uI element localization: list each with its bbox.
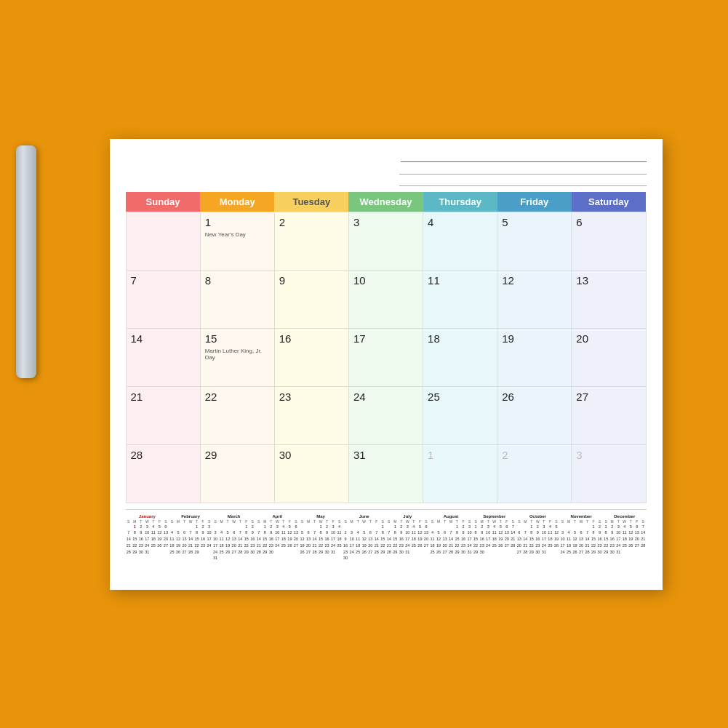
holiday-label: Martin Luther King, Jr. Day [205,348,270,361]
header-wednesday: Wednesday [348,192,423,212]
mini-calendar: JuneSMTWTFS12345678910111213141516171819… [343,514,386,562]
mini-calendar: MarchSMTWTFS1234567891011121314151617181… [212,514,256,562]
header-thursday: Thursday [423,192,497,212]
calendar-cell: 9 [274,270,348,328]
calendar-cell: 3 [572,444,646,503]
day-number: 27 [576,391,641,403]
calendar-cell: 5 [497,212,572,270]
calendar-cell: 18 [423,328,497,386]
day-number: 19 [502,332,567,345]
header-monday: Monday [200,192,274,212]
mini-calendar: FebruarySMTWTFS1234567891011121314151617… [169,514,212,562]
header-sunday: Sunday [126,192,200,212]
mini-calendar: JulySMTWTFS12345678910111213141516171819… [386,514,430,562]
day-number: 16 [279,332,344,345]
day-number: 10 [353,274,418,287]
calendar-cell: 6 [572,212,646,270]
calendar-cell: 19 [497,328,572,386]
day-number: 26 [502,391,567,403]
header-friday: Friday [497,192,572,212]
calendar-cell: 23 [274,386,348,444]
calendar-cell: 2 [274,212,348,270]
day-number: 1 [428,449,492,461]
header-saturday: Saturday [572,192,646,212]
calendar-cell: 31 [348,444,423,503]
day-number: 31 [353,449,418,461]
calendar-cell: 17 [348,328,423,386]
calendar-cell: 29 [200,444,274,503]
calendar-cell: 12 [497,270,572,328]
day-number: 14 [131,332,196,345]
calendar-cell: 26 [497,386,572,444]
calendar-page: Sunday Monday Tuesday Wednesday Thursday… [110,139,663,590]
notes-section [126,152,647,186]
calendar-cell: 1New Year's Day [200,212,274,270]
calendar-cell: 1 [423,444,497,503]
day-number: 9 [279,274,344,287]
calendar-cell: 13 [572,270,646,328]
day-number: 13 [576,274,641,287]
calendar-cell: 3 [348,212,423,270]
calendar-cell: 14 [126,328,200,386]
mini-calendar: MaySMTWTFS123456789101112131415161718192… [299,514,343,562]
day-number: 2 [502,449,567,461]
calendar-cell: 2 [497,444,572,503]
day-number: 11 [428,274,492,287]
day-number: 6 [576,216,641,228]
calendar-grid: Sunday Monday Tuesday Wednesday Thursday… [126,192,647,503]
calendar-cell: 25 [423,386,497,444]
mini-calendar: JanuarySMTWTFS12345678910111213141516171… [126,514,169,562]
calendar-cell: 16 [274,328,348,386]
mini-calendar: NovemberSMTWTFS1234567891011121314151617… [559,514,603,562]
day-number: 8 [205,274,270,287]
fridge-handle [16,145,36,378]
calendar-cell: 4 [423,212,497,270]
day-number: 1 [205,216,270,228]
day-number: 24 [353,391,418,403]
day-number: 18 [428,332,492,345]
day-number: 17 [353,332,418,345]
mini-calendar: SeptemberSMTWTFS123456789101112131415161… [473,514,516,562]
mini-calendar: AprilSMTWTFS1234567891011121314151617181… [256,514,300,562]
notes-area [399,152,647,186]
day-number: 25 [428,391,492,403]
mini-calendar: OctoberSMTWTFS12345678910111213141516171… [516,514,560,562]
calendar-cell: 21 [126,386,200,444]
calendar-cell: 8 [200,270,274,328]
calendar-cell: 30 [274,444,348,503]
day-number: 2 [279,216,344,228]
day-number: 7 [131,274,196,287]
calendar-cell: 7 [126,270,200,328]
calendar-cell: 15Martin Luther King, Jr. Day [200,328,274,386]
calendar-cell: 28 [126,444,200,503]
mini-calendar: DecemberSMTWTFS1234567891011121314151617… [603,514,647,562]
calendar-cell: 11 [423,270,497,328]
day-number: 3 [576,449,641,461]
calendar-cell [126,212,200,270]
day-number: 15 [205,332,270,345]
mini-calendar: AugustSMTWTFS123456789101112131415161718… [429,514,473,562]
day-number: 12 [502,274,567,287]
calendar-cell: 10 [348,270,423,328]
day-number: 29 [205,449,270,461]
day-number: 3 [353,216,418,228]
calendar-cell: 22 [200,386,274,444]
calendar-cell: 20 [572,328,646,386]
day-number: 22 [205,391,270,403]
mini-calendars: JanuarySMTWTFS12345678910111213141516171… [126,509,647,562]
day-number: 20 [576,332,641,345]
calendar-cell: 27 [572,386,646,444]
header-tuesday: Tuesday [274,192,348,212]
calendar-cell: 24 [348,386,423,444]
day-number: 28 [131,449,196,461]
day-number: 5 [502,216,567,228]
day-number: 30 [279,449,344,461]
day-number: 4 [428,216,492,228]
holiday-label: New Year's Day [205,231,270,239]
day-number: 23 [279,391,344,403]
day-number: 21 [131,391,196,403]
